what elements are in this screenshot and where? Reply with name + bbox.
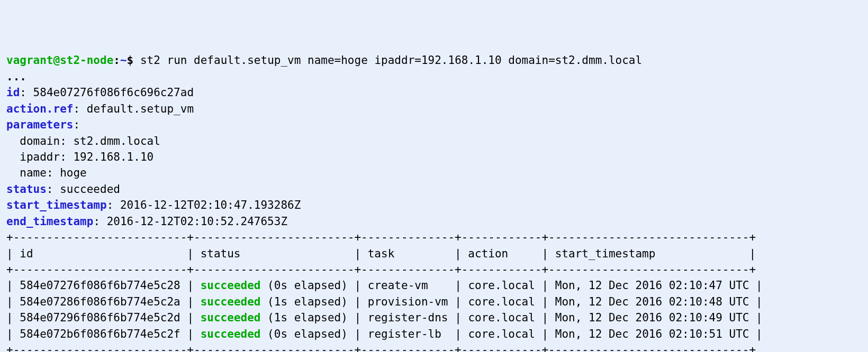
cell-start-ts: Mon, 12 Dec 2016 02:10:49 UTC (555, 311, 749, 324)
cell-status-rest: (0s elapsed) (260, 279, 347, 292)
cell-action: core.local (468, 328, 535, 340)
cell-id: 584e07276f086f6b774e5c28 (20, 279, 180, 292)
cell-status-rest: (0s elapsed) (260, 328, 347, 340)
value-start-ts: 2016-12-12T02:10:47.193286Z (120, 199, 301, 211)
cell-status-word: succeeded (201, 328, 261, 340)
cell-status-rest: (1s elapsed) (260, 295, 347, 308)
cell-action: core.local (468, 295, 535, 308)
cell-start-ts: Mon, 12 Dec 2016 02:10:51 UTC (555, 328, 749, 340)
label-action-ref: action.ref (6, 103, 73, 115)
cell-task: create-vm (368, 279, 448, 292)
cell-task: register-lb (368, 328, 448, 340)
cell-status-word: succeeded (201, 279, 261, 292)
value-end-ts: 2016-12-12T02:10:52.247653Z (107, 215, 287, 228)
prompt-dollar: $ (127, 54, 134, 67)
table-border-top: +--------------------------+------------… (6, 231, 756, 244)
cell-task: provision-vm (368, 295, 448, 308)
param-name-value: hoge (60, 166, 87, 179)
cell-action: core.local (468, 311, 535, 324)
value-action-ref: default.setup_vm (87, 103, 194, 115)
terminal-output[interactable]: vagrant@st2-node:~$ st2 run default.setu… (6, 52, 862, 352)
prompt-user-host: vagrant@st2-node (6, 54, 113, 67)
cell-status-rest: (1s elapsed) (260, 311, 347, 324)
param-ipaddr-value: 192.168.1.10 (73, 151, 153, 163)
cell-start-ts: Mon, 12 Dec 2016 02:10:48 UTC (555, 295, 749, 308)
label-end-ts: end_timestamp (6, 215, 93, 228)
table-border-mid: +--------------------------+------------… (6, 263, 756, 276)
table-row: | 584e07286f086f6b774e5c2a | succeeded (… (6, 295, 763, 308)
label-start-ts: start_timestamp (6, 199, 107, 211)
table-row: | 584e07296f086f6b774e5c2d | succeeded (… (6, 311, 763, 324)
prompt-sep: : (113, 54, 120, 67)
param-name-label: name (20, 166, 47, 179)
label-id: id (6, 86, 20, 99)
prompt-path: ~ (120, 54, 127, 67)
output-ellipsis: ... (6, 70, 26, 83)
param-domain-value: st2.dmm.local (73, 135, 160, 147)
label-status: status (6, 183, 47, 196)
table-border-bottom: +--------------------------+------------… (6, 344, 756, 352)
cell-id: 584e07286f086f6b774e5c2a (20, 295, 180, 308)
cell-id: 584e07296f086f6b774e5c2d (20, 311, 180, 324)
cell-status-word: succeeded (201, 295, 261, 308)
cell-id: 584e072b6f086f6b774e5c2f (20, 328, 180, 340)
value-id: 584e07276f086f6c696c27ad (33, 86, 194, 99)
table-header-row: | id | status | task | action | start_ti… (6, 247, 756, 260)
param-domain-label: domain (20, 135, 60, 147)
value-status: succeeded (60, 183, 120, 196)
cell-status-word: succeeded (201, 311, 261, 324)
table-row: | 584e072b6f086f6b774e5c2f | succeeded (… (6, 328, 763, 340)
param-ipaddr-label: ipaddr (20, 151, 60, 163)
table-row: | 584e07276f086f6b774e5c28 | succeeded (… (6, 279, 763, 292)
cell-start-ts: Mon, 12 Dec 2016 02:10:47 UTC (555, 279, 749, 292)
label-parameters: parameters (6, 118, 73, 131)
cell-task: register-dns (368, 311, 448, 324)
command-text: st2 run default.setup_vm name=hoge ipadd… (140, 54, 642, 67)
cell-action: core.local (468, 279, 535, 292)
